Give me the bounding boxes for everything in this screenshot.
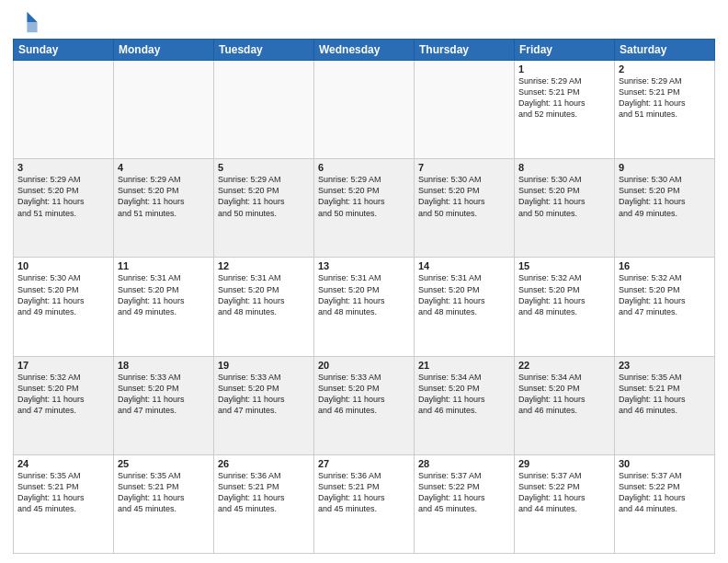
calendar-week-4: 17Sunrise: 5:32 AMSunset: 5:20 PMDayligh… [14, 356, 715, 454]
calendar-header-tuesday: Tuesday [214, 40, 314, 61]
calendar-cell: 28Sunrise: 5:37 AMSunset: 5:22 PMDayligh… [415, 454, 515, 553]
calendar-cell [14, 61, 114, 159]
day-number: 28 [418, 458, 510, 469]
day-info: Sunrise: 5:29 AMSunset: 5:20 PMDaylight:… [318, 174, 410, 219]
calendar-cell: 17Sunrise: 5:32 AMSunset: 5:20 PMDayligh… [14, 356, 114, 454]
day-info: Sunrise: 5:35 AMSunset: 5:21 PMDaylight:… [17, 470, 109, 515]
day-info: Sunrise: 5:32 AMSunset: 5:20 PMDaylight:… [518, 272, 610, 317]
calendar-cell: 30Sunrise: 5:37 AMSunset: 5:22 PMDayligh… [615, 454, 715, 553]
calendar-cell: 20Sunrise: 5:33 AMSunset: 5:20 PMDayligh… [314, 356, 415, 454]
calendar-cell: 7Sunrise: 5:30 AMSunset: 5:20 PMDaylight… [415, 159, 515, 258]
calendar-cell: 26Sunrise: 5:36 AMSunset: 5:21 PMDayligh… [214, 454, 314, 553]
day-number: 19 [218, 360, 310, 371]
calendar-cell: 22Sunrise: 5:34 AMSunset: 5:20 PMDayligh… [515, 356, 615, 454]
day-info: Sunrise: 5:37 AMSunset: 5:22 PMDaylight:… [418, 470, 510, 515]
calendar-cell: 9Sunrise: 5:30 AMSunset: 5:20 PMDaylight… [615, 159, 715, 258]
day-info: Sunrise: 5:32 AMSunset: 5:20 PMDaylight:… [619, 272, 711, 317]
calendar-cell [214, 61, 314, 159]
day-info: Sunrise: 5:34 AMSunset: 5:20 PMDaylight:… [418, 372, 510, 417]
day-info: Sunrise: 5:31 AMSunset: 5:20 PMDaylight:… [318, 272, 410, 317]
calendar-cell: 13Sunrise: 5:31 AMSunset: 5:20 PMDayligh… [314, 258, 415, 356]
day-number: 22 [518, 360, 610, 371]
day-info: Sunrise: 5:29 AMSunset: 5:20 PMDaylight:… [17, 174, 109, 219]
svg-marker-1 [27, 22, 37, 32]
day-info: Sunrise: 5:33 AMSunset: 5:20 PMDaylight:… [318, 372, 410, 417]
day-number: 21 [418, 360, 510, 371]
day-number: 10 [17, 260, 109, 271]
calendar-cell: 16Sunrise: 5:32 AMSunset: 5:20 PMDayligh… [615, 258, 715, 356]
calendar-cell: 23Sunrise: 5:35 AMSunset: 5:21 PMDayligh… [615, 356, 715, 454]
calendar-cell: 6Sunrise: 5:29 AMSunset: 5:20 PMDaylight… [314, 159, 415, 258]
calendar-week-3: 10Sunrise: 5:30 AMSunset: 5:20 PMDayligh… [14, 258, 715, 356]
day-number: 23 [619, 360, 711, 371]
day-number: 8 [518, 162, 610, 173]
calendar-cell: 19Sunrise: 5:33 AMSunset: 5:20 PMDayligh… [214, 356, 314, 454]
day-number: 6 [318, 162, 410, 173]
logo [13, 9, 42, 35]
day-info: Sunrise: 5:31 AMSunset: 5:20 PMDaylight:… [118, 272, 210, 317]
day-number: 14 [418, 260, 510, 271]
day-info: Sunrise: 5:29 AMSunset: 5:21 PMDaylight:… [619, 75, 711, 121]
day-info: Sunrise: 5:35 AMSunset: 5:21 PMDaylight:… [619, 372, 711, 417]
day-number: 17 [17, 360, 109, 371]
day-number: 5 [218, 162, 310, 173]
calendar-cell: 12Sunrise: 5:31 AMSunset: 5:20 PMDayligh… [214, 258, 314, 356]
day-info: Sunrise: 5:35 AMSunset: 5:21 PMDaylight:… [118, 470, 210, 515]
calendar-week-5: 24Sunrise: 5:35 AMSunset: 5:21 PMDayligh… [14, 454, 715, 553]
day-number: 25 [118, 458, 210, 469]
calendar-header-wednesday: Wednesday [314, 40, 415, 61]
calendar-cell: 1Sunrise: 5:29 AMSunset: 5:21 PMDaylight… [515, 61, 615, 159]
calendar-header-row: SundayMondayTuesdayWednesdayThursdayFrid… [14, 40, 715, 61]
calendar-cell: 27Sunrise: 5:36 AMSunset: 5:21 PMDayligh… [314, 454, 415, 553]
calendar-week-2: 3Sunrise: 5:29 AMSunset: 5:20 PMDaylight… [14, 159, 715, 258]
calendar-header-thursday: Thursday [415, 40, 515, 61]
calendar-table: SundayMondayTuesdayWednesdayThursdayFrid… [13, 39, 715, 554]
day-info: Sunrise: 5:33 AMSunset: 5:20 PMDaylight:… [218, 372, 310, 417]
day-number: 18 [118, 360, 210, 371]
calendar-cell: 29Sunrise: 5:37 AMSunset: 5:22 PMDayligh… [515, 454, 615, 553]
calendar-cell: 10Sunrise: 5:30 AMSunset: 5:20 PMDayligh… [14, 258, 114, 356]
calendar-cell: 5Sunrise: 5:29 AMSunset: 5:20 PMDaylight… [214, 159, 314, 258]
day-number: 12 [218, 260, 310, 271]
day-number: 27 [318, 458, 410, 469]
calendar-header-monday: Monday [114, 40, 214, 61]
calendar-cell: 18Sunrise: 5:33 AMSunset: 5:20 PMDayligh… [114, 356, 214, 454]
day-info: Sunrise: 5:30 AMSunset: 5:20 PMDaylight:… [418, 174, 510, 219]
calendar-cell: 2Sunrise: 5:29 AMSunset: 5:21 PMDaylight… [615, 61, 715, 159]
day-info: Sunrise: 5:36 AMSunset: 5:21 PMDaylight:… [218, 470, 310, 515]
day-number: 2 [619, 63, 711, 75]
day-number: 4 [118, 162, 210, 173]
day-number: 13 [318, 260, 410, 271]
day-number: 3 [17, 162, 109, 173]
day-info: Sunrise: 5:29 AMSunset: 5:21 PMDaylight:… [518, 75, 610, 121]
day-info: Sunrise: 5:30 AMSunset: 5:20 PMDaylight:… [619, 174, 711, 219]
day-info: Sunrise: 5:34 AMSunset: 5:20 PMDaylight:… [518, 372, 610, 417]
calendar-cell [314, 61, 415, 159]
day-number: 16 [619, 260, 711, 271]
logo-icon [13, 9, 39, 35]
day-number: 11 [118, 260, 210, 271]
day-number: 7 [418, 162, 510, 173]
svg-marker-0 [27, 12, 37, 22]
day-info: Sunrise: 5:30 AMSunset: 5:20 PMDaylight:… [518, 174, 610, 219]
calendar-cell: 3Sunrise: 5:29 AMSunset: 5:20 PMDaylight… [14, 159, 114, 258]
day-number: 20 [318, 360, 410, 371]
day-info: Sunrise: 5:29 AMSunset: 5:20 PMDaylight:… [218, 174, 310, 219]
calendar-cell: 8Sunrise: 5:30 AMSunset: 5:20 PMDaylight… [515, 159, 615, 258]
day-number: 29 [518, 458, 610, 469]
calendar-cell [114, 61, 214, 159]
calendar-cell: 21Sunrise: 5:34 AMSunset: 5:20 PMDayligh… [415, 356, 515, 454]
day-info: Sunrise: 5:37 AMSunset: 5:22 PMDaylight:… [518, 470, 610, 515]
day-number: 30 [619, 458, 711, 469]
day-number: 26 [218, 458, 310, 469]
day-number: 24 [17, 458, 109, 469]
day-info: Sunrise: 5:36 AMSunset: 5:21 PMDaylight:… [318, 470, 410, 515]
day-info: Sunrise: 5:32 AMSunset: 5:20 PMDaylight:… [17, 372, 109, 417]
day-number: 15 [518, 260, 610, 271]
day-info: Sunrise: 5:31 AMSunset: 5:20 PMDaylight:… [418, 272, 510, 317]
calendar-cell: 24Sunrise: 5:35 AMSunset: 5:21 PMDayligh… [14, 454, 114, 553]
day-info: Sunrise: 5:29 AMSunset: 5:20 PMDaylight:… [118, 174, 210, 219]
calendar-cell: 25Sunrise: 5:35 AMSunset: 5:21 PMDayligh… [114, 454, 214, 553]
day-number: 9 [619, 162, 711, 173]
calendar-cell [415, 61, 515, 159]
